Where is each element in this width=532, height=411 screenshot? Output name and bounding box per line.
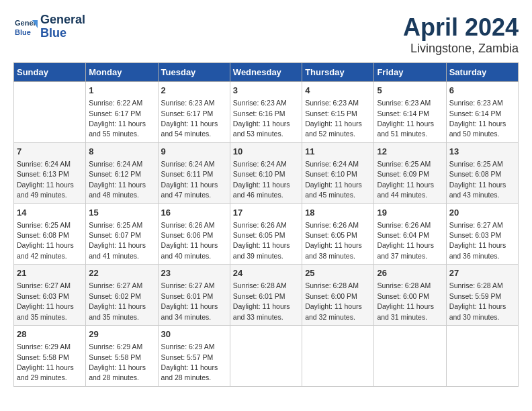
- week-row-3: 14Sunrise: 6:25 AM Sunset: 6:08 PM Dayli…: [14, 203, 519, 265]
- day-number: 12: [377, 146, 443, 158]
- day-cell: [446, 326, 518, 387]
- day-cell: 10Sunrise: 6:24 AM Sunset: 6:10 PM Dayli…: [230, 142, 302, 203]
- day-cell: 5Sunrise: 6:23 AM Sunset: 6:14 PM Daylig…: [374, 82, 446, 143]
- day-cell: 21Sunrise: 6:27 AM Sunset: 6:03 PM Dayli…: [14, 265, 86, 326]
- calendar-subtitle: Livingstone, Zambia: [403, 42, 519, 56]
- logo: General Blue General Blue: [13, 13, 85, 40]
- day-detail: Sunrise: 6:27 AM Sunset: 6:01 PM Dayligh…: [161, 281, 218, 320]
- col-header-wednesday: Wednesday: [230, 63, 302, 82]
- day-detail: Sunrise: 6:23 AM Sunset: 6:14 PM Dayligh…: [449, 99, 506, 138]
- day-detail: Sunrise: 6:28 AM Sunset: 5:59 PM Dayligh…: [449, 281, 506, 320]
- day-detail: Sunrise: 6:23 AM Sunset: 6:15 PM Dayligh…: [305, 99, 362, 138]
- logo-text: General Blue: [40, 13, 85, 40]
- day-detail: Sunrise: 6:22 AM Sunset: 6:17 PM Dayligh…: [89, 99, 146, 138]
- day-number: 3: [233, 85, 299, 97]
- week-row-1: 1Sunrise: 6:22 AM Sunset: 6:17 PM Daylig…: [14, 82, 519, 143]
- day-cell: 4Sunrise: 6:23 AM Sunset: 6:15 PM Daylig…: [302, 82, 374, 143]
- day-detail: Sunrise: 6:23 AM Sunset: 6:14 PM Dayligh…: [377, 99, 434, 138]
- day-number: 8: [89, 146, 154, 158]
- day-cell: [374, 326, 446, 387]
- week-row-5: 28Sunrise: 6:29 AM Sunset: 5:58 PM Dayli…: [14, 326, 519, 387]
- day-cell: 8Sunrise: 6:24 AM Sunset: 6:12 PM Daylig…: [86, 142, 158, 203]
- day-number: 13: [449, 146, 515, 158]
- day-cell: 26Sunrise: 6:28 AM Sunset: 6:00 PM Dayli…: [374, 265, 446, 326]
- day-number: 9: [161, 146, 227, 158]
- day-detail: Sunrise: 6:24 AM Sunset: 6:11 PM Dayligh…: [161, 160, 218, 199]
- day-number: 23: [161, 267, 227, 279]
- day-detail: Sunrise: 6:28 AM Sunset: 6:01 PM Dayligh…: [233, 281, 290, 320]
- day-detail: Sunrise: 6:28 AM Sunset: 6:00 PM Dayligh…: [305, 281, 362, 320]
- week-row-4: 21Sunrise: 6:27 AM Sunset: 6:03 PM Dayli…: [14, 265, 519, 326]
- day-number: 4: [305, 85, 371, 97]
- logo-icon: General Blue: [13, 15, 38, 39]
- calendar-table: SundayMondayTuesdayWednesdayThursdayFrid…: [13, 62, 519, 387]
- day-cell: 24Sunrise: 6:28 AM Sunset: 6:01 PM Dayli…: [230, 265, 302, 326]
- day-cell: 25Sunrise: 6:28 AM Sunset: 6:00 PM Dayli…: [302, 265, 374, 326]
- day-number: 19: [377, 207, 443, 219]
- day-cell: 15Sunrise: 6:25 AM Sunset: 6:07 PM Dayli…: [86, 203, 158, 265]
- col-header-saturday: Saturday: [446, 63, 518, 82]
- day-number: 5: [377, 85, 443, 97]
- day-number: 14: [17, 207, 83, 219]
- day-number: 16: [161, 207, 227, 219]
- day-cell: 30Sunrise: 6:29 AM Sunset: 5:57 PM Dayli…: [158, 326, 230, 387]
- day-cell: 13Sunrise: 6:25 AM Sunset: 6:08 PM Dayli…: [446, 142, 518, 203]
- day-number: 18: [305, 207, 371, 219]
- day-cell: [302, 326, 374, 387]
- day-detail: Sunrise: 6:24 AM Sunset: 6:10 PM Dayligh…: [305, 160, 362, 199]
- day-cell: 1Sunrise: 6:22 AM Sunset: 6:17 PM Daylig…: [86, 82, 158, 143]
- day-detail: Sunrise: 6:27 AM Sunset: 6:02 PM Dayligh…: [89, 281, 146, 320]
- day-number: 6: [449, 85, 515, 97]
- day-cell: 18Sunrise: 6:26 AM Sunset: 6:05 PM Dayli…: [302, 203, 374, 265]
- col-header-tuesday: Tuesday: [158, 63, 230, 82]
- day-detail: Sunrise: 6:28 AM Sunset: 6:00 PM Dayligh…: [377, 281, 434, 320]
- day-number: 17: [233, 207, 299, 219]
- calendar-title: April 2024: [403, 13, 519, 42]
- day-cell: 23Sunrise: 6:27 AM Sunset: 6:01 PM Dayli…: [158, 265, 230, 326]
- day-cell: 7Sunrise: 6:24 AM Sunset: 6:13 PM Daylig…: [14, 142, 86, 203]
- week-row-2: 7Sunrise: 6:24 AM Sunset: 6:13 PM Daylig…: [14, 142, 519, 203]
- day-detail: Sunrise: 6:25 AM Sunset: 6:07 PM Dayligh…: [89, 221, 146, 260]
- day-number: 24: [233, 267, 299, 279]
- day-number: 25: [305, 267, 371, 279]
- page-header: General Blue General Blue April 2024 Liv…: [13, 13, 519, 56]
- day-cell: 29Sunrise: 6:29 AM Sunset: 5:58 PM Dayli…: [86, 326, 158, 387]
- header-row: SundayMondayTuesdayWednesdayThursdayFrid…: [14, 63, 519, 82]
- day-number: 15: [89, 207, 154, 219]
- day-number: 7: [17, 146, 83, 158]
- day-detail: Sunrise: 6:25 AM Sunset: 6:08 PM Dayligh…: [17, 221, 74, 260]
- day-number: 22: [89, 267, 154, 279]
- col-header-thursday: Thursday: [302, 63, 374, 82]
- day-detail: Sunrise: 6:26 AM Sunset: 6:05 PM Dayligh…: [305, 221, 362, 260]
- day-detail: Sunrise: 6:25 AM Sunset: 6:09 PM Dayligh…: [377, 160, 434, 199]
- day-detail: Sunrise: 6:29 AM Sunset: 5:58 PM Dayligh…: [89, 342, 146, 381]
- day-cell: 16Sunrise: 6:26 AM Sunset: 6:06 PM Dayli…: [158, 203, 230, 265]
- day-detail: Sunrise: 6:24 AM Sunset: 6:10 PM Dayligh…: [233, 160, 290, 199]
- day-detail: Sunrise: 6:23 AM Sunset: 6:17 PM Dayligh…: [161, 99, 218, 138]
- day-cell: 11Sunrise: 6:24 AM Sunset: 6:10 PM Dayli…: [302, 142, 374, 203]
- day-cell: 2Sunrise: 6:23 AM Sunset: 6:17 PM Daylig…: [158, 82, 230, 143]
- day-cell: 20Sunrise: 6:27 AM Sunset: 6:03 PM Dayli…: [446, 203, 518, 265]
- title-block: April 2024 Livingstone, Zambia: [403, 13, 519, 56]
- day-detail: Sunrise: 6:29 AM Sunset: 5:57 PM Dayligh…: [161, 342, 218, 381]
- day-detail: Sunrise: 6:25 AM Sunset: 6:08 PM Dayligh…: [449, 160, 506, 199]
- day-detail: Sunrise: 6:27 AM Sunset: 6:03 PM Dayligh…: [449, 221, 506, 260]
- day-cell: [230, 326, 302, 387]
- svg-text:Blue: Blue: [15, 28, 31, 36]
- col-header-sunday: Sunday: [14, 63, 86, 82]
- day-cell: 19Sunrise: 6:26 AM Sunset: 6:04 PM Dayli…: [374, 203, 446, 265]
- day-cell: 12Sunrise: 6:25 AM Sunset: 6:09 PM Dayli…: [374, 142, 446, 203]
- day-cell: 3Sunrise: 6:23 AM Sunset: 6:16 PM Daylig…: [230, 82, 302, 143]
- day-detail: Sunrise: 6:29 AM Sunset: 5:58 PM Dayligh…: [17, 342, 74, 381]
- day-cell: 17Sunrise: 6:26 AM Sunset: 6:05 PM Dayli…: [230, 203, 302, 265]
- day-number: 26: [377, 267, 443, 279]
- day-detail: Sunrise: 6:24 AM Sunset: 6:12 PM Dayligh…: [89, 160, 146, 199]
- day-detail: Sunrise: 6:23 AM Sunset: 6:16 PM Dayligh…: [233, 99, 290, 138]
- day-number: 2: [161, 85, 227, 97]
- day-number: 20: [449, 207, 515, 219]
- day-cell: 27Sunrise: 6:28 AM Sunset: 5:59 PM Dayli…: [446, 265, 518, 326]
- col-header-monday: Monday: [86, 63, 158, 82]
- day-detail: Sunrise: 6:26 AM Sunset: 6:04 PM Dayligh…: [377, 221, 434, 260]
- day-number: 28: [17, 328, 83, 340]
- day-number: 30: [161, 328, 227, 340]
